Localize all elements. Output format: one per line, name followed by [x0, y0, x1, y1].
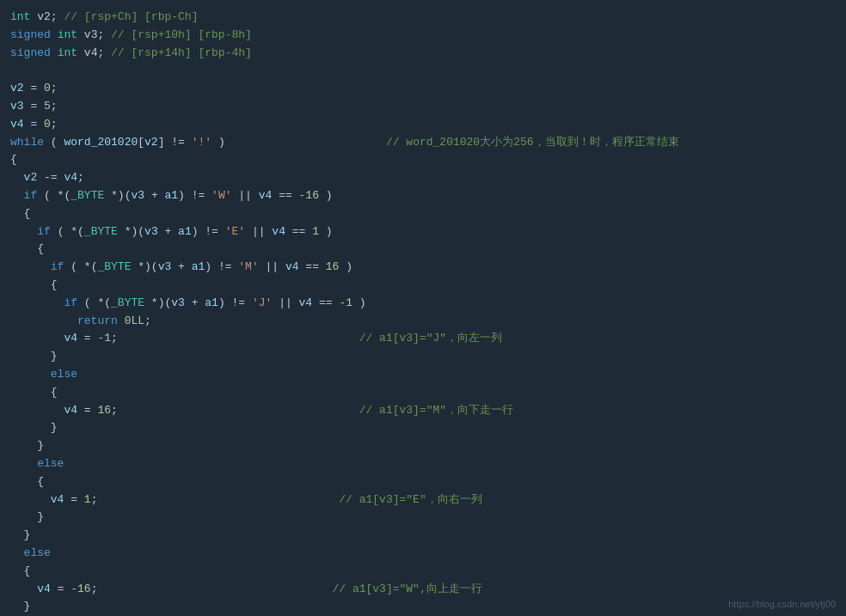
- code-line: {: [10, 241, 836, 259]
- code-line: {: [10, 473, 836, 491]
- code-line: [10, 62, 836, 80]
- code-line: }: [10, 527, 836, 545]
- code-line: return 0LL;: [10, 313, 836, 331]
- code-line: if ( *(_BYTE *)(v3 + a1) != 'W' || v4 ==…: [10, 187, 836, 205]
- code-line: {: [10, 277, 836, 295]
- code-line: while ( word_201020[v2] != '!' ) // word…: [10, 134, 836, 152]
- code-line: }: [10, 509, 836, 527]
- code-line: else: [10, 545, 836, 563]
- code-line: if ( *(_BYTE *)(v3 + a1) != 'M' || v4 ==…: [10, 259, 836, 277]
- code-line: }: [10, 437, 836, 455]
- code-line: v4 = 0;: [10, 116, 836, 134]
- code-line: v4 = -16; // a1[v3]="W",向上走一行: [10, 581, 836, 599]
- code-line: }: [10, 598, 836, 616]
- watermark: https://blog.csdn.net/ytj00: [728, 599, 836, 609]
- code-line: v2 -= v4;: [10, 169, 836, 187]
- code-line: signed int v4; // [rsp+14h] [rbp-4h]: [10, 45, 836, 63]
- code-container: int v2; // [rsp+Ch] [rbp-Ch]signed int v…: [10, 9, 836, 616]
- code-line: v4 = 16; // a1[v3]="M"，向下走一行: [10, 402, 836, 420]
- code-line: }: [10, 348, 836, 366]
- code-line: v3 = 5;: [10, 98, 836, 116]
- code-line: if ( *(_BYTE *)(v3 + a1) != 'E' || v4 ==…: [10, 223, 836, 241]
- code-line: if ( *(_BYTE *)(v3 + a1) != 'J' || v4 ==…: [10, 295, 836, 313]
- code-line: v4 = -1; // a1[v3]="J"，向左一列: [10, 330, 836, 348]
- code-line: v4 = 1; // a1[v3]="E"，向右一列: [10, 491, 836, 509]
- code-line: }: [10, 419, 836, 437]
- code-line: {: [10, 151, 836, 169]
- code-line: v2 = 0;: [10, 80, 836, 98]
- code-line: {: [10, 563, 836, 581]
- code-line: else: [10, 455, 836, 473]
- code-line: signed int v3; // [rsp+10h] [rbp-8h]: [10, 27, 836, 45]
- code-line: {: [10, 384, 836, 402]
- code-line: {: [10, 205, 836, 223]
- code-line: else: [10, 366, 836, 384]
- code-line: int v2; // [rsp+Ch] [rbp-Ch]: [10, 9, 836, 27]
